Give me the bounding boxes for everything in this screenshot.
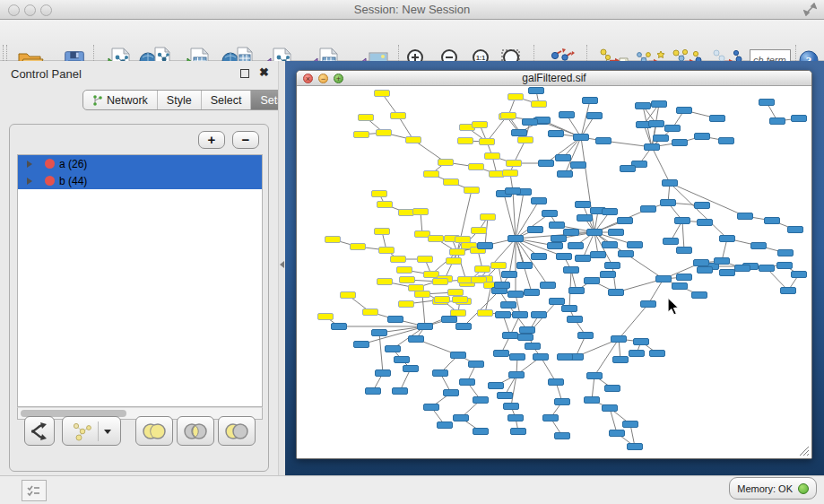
remove-set-button[interactable]: − bbox=[232, 131, 259, 149]
add-set-button[interactable]: + bbox=[198, 131, 225, 149]
sets-list[interactable]: a (26) b (44) bbox=[17, 154, 263, 407]
close-panel-icon[interactable]: ✖ bbox=[259, 65, 269, 79]
tab-select[interactable]: Select bbox=[201, 91, 251, 109]
tab-network[interactable]: Network bbox=[83, 91, 157, 109]
memory-ok-led-icon bbox=[798, 483, 809, 494]
tab-label: Network bbox=[107, 94, 148, 107]
set-row-b[interactable]: b (44) bbox=[18, 172, 262, 189]
yellow-network-icon bbox=[72, 421, 95, 442]
venn-union-icon bbox=[141, 421, 168, 441]
set-dot-icon bbox=[45, 176, 55, 186]
network-desktop: × − + galFiltered.sif bbox=[285, 61, 824, 475]
network-frame-title: galFiltered.sif bbox=[297, 72, 811, 84]
control-panel-title: Control Panel bbox=[11, 67, 82, 81]
divider bbox=[98, 421, 99, 441]
set-union-button[interactable] bbox=[135, 416, 173, 446]
float-panel-icon[interactable] bbox=[240, 69, 249, 78]
svg-text:1:1: 1:1 bbox=[476, 55, 485, 61]
main-toolbar: 1:1 bbox=[0, 20, 824, 61]
panel-splitter[interactable] bbox=[278, 61, 285, 475]
window-titlebar[interactable]: Session: New Session bbox=[0, 0, 824, 20]
set-label: a (26) bbox=[59, 158, 87, 170]
expand-triangle-icon[interactable] bbox=[27, 161, 32, 168]
tab-style[interactable]: Style bbox=[157, 91, 201, 109]
task-history-button[interactable] bbox=[22, 480, 47, 501]
tab-label: Style bbox=[167, 94, 192, 107]
network-frame[interactable]: × − + galFiltered.sif bbox=[296, 70, 812, 459]
mouse-cursor bbox=[667, 298, 680, 316]
network-canvas[interactable] bbox=[297, 86, 811, 458]
create-set-from-network-button[interactable] bbox=[62, 416, 121, 446]
status-bar: Memory: OK bbox=[0, 475, 824, 504]
window-title: Session: New Session bbox=[0, 3, 824, 16]
set-intersection-button[interactable] bbox=[177, 416, 214, 446]
set-dot-icon bbox=[45, 159, 55, 169]
control-panel: Control Panel ✖ Network Style Select Set… bbox=[0, 61, 278, 475]
set-difference-button[interactable] bbox=[218, 416, 256, 446]
control-panel-tabs: Network Style Select Sets bbox=[82, 90, 292, 110]
task-checklist-icon bbox=[27, 484, 41, 497]
network-frame-titlebar[interactable]: × − + galFiltered.sif bbox=[297, 71, 811, 86]
resize-grip-icon[interactable] bbox=[797, 444, 810, 456]
memory-status-button[interactable]: Memory: OK bbox=[729, 477, 817, 500]
split-arrows-icon bbox=[29, 421, 50, 442]
expand-triangle-icon[interactable] bbox=[27, 178, 32, 185]
venn-difference-icon bbox=[223, 421, 250, 441]
memory-label: Memory: OK bbox=[737, 483, 793, 494]
fullscreen-icon[interactable] bbox=[803, 3, 817, 20]
split-sets-button[interactable] bbox=[24, 416, 55, 446]
control-panel-header: Control Panel ✖ bbox=[0, 61, 278, 88]
venn-intersection-icon bbox=[182, 421, 209, 441]
chevron-down-icon[interactable] bbox=[103, 428, 112, 435]
network-tab-icon bbox=[92, 95, 103, 106]
splitter-collapse-icon[interactable] bbox=[280, 261, 284, 268]
tab-label: Select bbox=[211, 94, 242, 107]
set-label: b (44) bbox=[59, 175, 87, 187]
set-row-a[interactable]: a (26) bbox=[18, 155, 262, 172]
network-graph[interactable] bbox=[297, 86, 811, 458]
